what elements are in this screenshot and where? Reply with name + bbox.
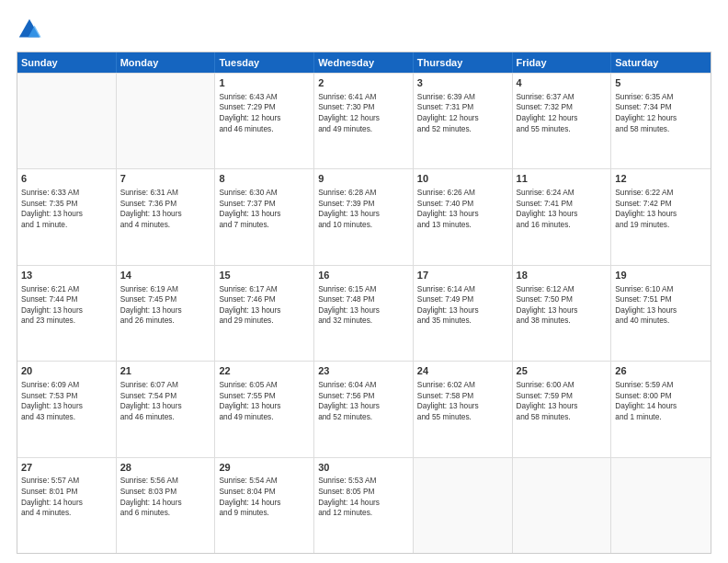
weekday-header-tuesday: Tuesday [215, 52, 314, 73]
day-cell-27: 27Sunrise: 5:57 AM Sunset: 8:01 PM Dayli… [17, 458, 117, 553]
day-info: Sunrise: 6:10 AM Sunset: 7:51 PM Dayligh… [615, 284, 707, 327]
day-cell-6: 6Sunrise: 6:33 AM Sunset: 7:35 PM Daylig… [17, 169, 117, 264]
day-number: 20 [21, 364, 112, 378]
day-info: Sunrise: 5:57 AM Sunset: 8:01 PM Dayligh… [21, 476, 112, 518]
weekday-header-friday: Friday [513, 52, 612, 73]
day-cell-7: 7Sunrise: 6:31 AM Sunset: 7:36 PM Daylig… [117, 169, 216, 264]
day-cell-20: 20Sunrise: 6:09 AM Sunset: 7:53 PM Dayli… [17, 362, 117, 456]
weekday-header-wednesday: Wednesday [314, 52, 414, 73]
day-cell-11: 11Sunrise: 6:24 AM Sunset: 7:41 PM Dayli… [513, 169, 612, 264]
calendar-body: 1Sunrise: 6:43 AM Sunset: 7:29 PM Daylig… [17, 73, 711, 553]
day-info: Sunrise: 6:12 AM Sunset: 7:50 PM Dayligh… [517, 284, 608, 327]
day-info: Sunrise: 6:26 AM Sunset: 7:40 PM Dayligh… [417, 188, 508, 230]
page: SundayMondayTuesdayWednesdayThursdayFrid… [0, 0, 728, 563]
calendar-row-3: 20Sunrise: 6:09 AM Sunset: 7:53 PM Dayli… [17, 361, 711, 456]
day-number: 12 [615, 172, 707, 186]
day-number: 22 [219, 364, 310, 378]
day-number: 30 [318, 461, 409, 475]
day-number: 2 [318, 76, 409, 90]
day-cell-18: 18Sunrise: 6:12 AM Sunset: 7:50 PM Dayli… [513, 266, 612, 361]
calendar-header: SundayMondayTuesdayWednesdayThursdayFrid… [17, 52, 711, 73]
day-number: 16 [318, 269, 409, 282]
day-number: 10 [417, 172, 508, 186]
calendar-row-4: 27Sunrise: 5:57 AM Sunset: 8:01 PM Dayli… [17, 457, 711, 553]
day-info: Sunrise: 6:22 AM Sunset: 7:42 PM Dayligh… [615, 188, 707, 230]
day-info: Sunrise: 6:14 AM Sunset: 7:49 PM Dayligh… [417, 284, 508, 327]
day-info: Sunrise: 6:28 AM Sunset: 7:39 PM Dayligh… [318, 188, 409, 230]
day-cell-9: 9Sunrise: 6:28 AM Sunset: 7:39 PM Daylig… [314, 169, 414, 264]
day-cell-15: 15Sunrise: 6:17 AM Sunset: 7:46 PM Dayli… [215, 266, 314, 361]
day-info: Sunrise: 6:07 AM Sunset: 7:54 PM Dayligh… [120, 380, 211, 422]
weekday-header-monday: Monday [117, 52, 216, 73]
day-info: Sunrise: 6:04 AM Sunset: 7:56 PM Dayligh… [318, 380, 409, 422]
day-cell-30: 30Sunrise: 5:53 AM Sunset: 8:05 PM Dayli… [314, 458, 414, 553]
day-info: Sunrise: 6:21 AM Sunset: 7:44 PM Dayligh… [21, 284, 112, 327]
day-info: Sunrise: 6:33 AM Sunset: 7:35 PM Dayligh… [21, 188, 112, 230]
day-number: 11 [517, 172, 608, 186]
day-cell-26: 26Sunrise: 5:59 AM Sunset: 8:00 PM Dayli… [611, 362, 711, 456]
weekday-header-sunday: Sunday [17, 52, 117, 73]
day-cell-empty-4-4 [414, 458, 513, 553]
day-cell-10: 10Sunrise: 6:26 AM Sunset: 7:40 PM Dayli… [414, 169, 513, 264]
day-number: 26 [615, 364, 707, 378]
day-cell-4: 4Sunrise: 6:37 AM Sunset: 7:32 PM Daylig… [513, 74, 612, 168]
day-number: 27 [21, 461, 112, 475]
day-cell-16: 16Sunrise: 6:15 AM Sunset: 7:48 PM Dayli… [314, 266, 414, 361]
day-cell-29: 29Sunrise: 5:54 AM Sunset: 8:04 PM Dayli… [215, 458, 314, 553]
day-number: 24 [417, 364, 508, 378]
day-number: 13 [21, 269, 112, 282]
day-number: 5 [615, 76, 707, 90]
day-cell-5: 5Sunrise: 6:35 AM Sunset: 7:34 PM Daylig… [611, 74, 711, 168]
day-info: Sunrise: 6:17 AM Sunset: 7:46 PM Dayligh… [219, 284, 310, 327]
day-info: Sunrise: 6:31 AM Sunset: 7:36 PM Dayligh… [120, 188, 211, 230]
day-cell-12: 12Sunrise: 6:22 AM Sunset: 7:42 PM Dayli… [611, 169, 711, 264]
day-number: 14 [120, 269, 211, 282]
day-number: 21 [120, 364, 211, 378]
day-cell-2: 2Sunrise: 6:41 AM Sunset: 7:30 PM Daylig… [314, 74, 414, 168]
day-cell-19: 19Sunrise: 6:10 AM Sunset: 7:51 PM Dayli… [611, 266, 711, 361]
day-info: Sunrise: 6:00 AM Sunset: 7:59 PM Dayligh… [517, 380, 608, 422]
day-number: 7 [120, 172, 211, 186]
day-info: Sunrise: 6:24 AM Sunset: 7:41 PM Dayligh… [517, 188, 608, 230]
calendar-row-0: 1Sunrise: 6:43 AM Sunset: 7:29 PM Daylig… [17, 73, 711, 168]
day-cell-empty-4-5 [513, 458, 612, 553]
day-info: Sunrise: 6:05 AM Sunset: 7:55 PM Dayligh… [219, 380, 310, 422]
day-cell-25: 25Sunrise: 6:00 AM Sunset: 7:59 PM Dayli… [513, 362, 612, 456]
day-info: Sunrise: 5:56 AM Sunset: 8:03 PM Dayligh… [120, 476, 211, 518]
logo [17, 17, 46, 42]
day-number: 1 [219, 76, 310, 90]
calendar: SundayMondayTuesdayWednesdayThursdayFrid… [17, 52, 711, 554]
calendar-row-1: 6Sunrise: 6:33 AM Sunset: 7:35 PM Daylig… [17, 168, 711, 264]
day-cell-8: 8Sunrise: 6:30 AM Sunset: 7:37 PM Daylig… [215, 169, 314, 264]
weekday-header-thursday: Thursday [414, 52, 513, 73]
day-info: Sunrise: 6:19 AM Sunset: 7:45 PM Dayligh… [120, 284, 211, 327]
day-number: 19 [615, 269, 707, 282]
day-cell-empty-0-1 [117, 74, 216, 168]
day-cell-empty-0-0 [17, 74, 117, 168]
day-info: Sunrise: 6:30 AM Sunset: 7:37 PM Dayligh… [219, 188, 310, 230]
day-info: Sunrise: 6:39 AM Sunset: 7:31 PM Dayligh… [417, 92, 508, 134]
day-cell-3: 3Sunrise: 6:39 AM Sunset: 7:31 PM Daylig… [414, 74, 513, 168]
day-number: 28 [120, 461, 211, 475]
day-cell-24: 24Sunrise: 6:02 AM Sunset: 7:58 PM Dayli… [414, 362, 513, 456]
day-cell-23: 23Sunrise: 6:04 AM Sunset: 7:56 PM Dayli… [314, 362, 414, 456]
weekday-header-saturday: Saturday [611, 52, 711, 73]
day-info: Sunrise: 6:02 AM Sunset: 7:58 PM Dayligh… [417, 380, 508, 422]
day-number: 9 [318, 172, 409, 186]
day-info: Sunrise: 6:15 AM Sunset: 7:48 PM Dayligh… [318, 284, 409, 327]
header [17, 17, 711, 42]
day-info: Sunrise: 6:09 AM Sunset: 7:53 PM Dayligh… [21, 380, 112, 422]
day-cell-1: 1Sunrise: 6:43 AM Sunset: 7:29 PM Daylig… [215, 74, 314, 168]
day-cell-14: 14Sunrise: 6:19 AM Sunset: 7:45 PM Dayli… [117, 266, 216, 361]
day-number: 3 [417, 76, 508, 90]
day-cell-21: 21Sunrise: 6:07 AM Sunset: 7:54 PM Dayli… [117, 362, 216, 456]
day-number: 4 [517, 76, 608, 90]
day-info: Sunrise: 5:54 AM Sunset: 8:04 PM Dayligh… [219, 476, 310, 518]
day-cell-28: 28Sunrise: 5:56 AM Sunset: 8:03 PM Dayli… [117, 458, 216, 553]
day-number: 6 [21, 172, 112, 186]
day-cell-22: 22Sunrise: 6:05 AM Sunset: 7:55 PM Dayli… [215, 362, 314, 456]
day-info: Sunrise: 6:41 AM Sunset: 7:30 PM Dayligh… [318, 92, 409, 134]
day-cell-17: 17Sunrise: 6:14 AM Sunset: 7:49 PM Dayli… [414, 266, 513, 361]
day-cell-13: 13Sunrise: 6:21 AM Sunset: 7:44 PM Dayli… [17, 266, 117, 361]
day-info: Sunrise: 5:59 AM Sunset: 8:00 PM Dayligh… [615, 380, 707, 422]
